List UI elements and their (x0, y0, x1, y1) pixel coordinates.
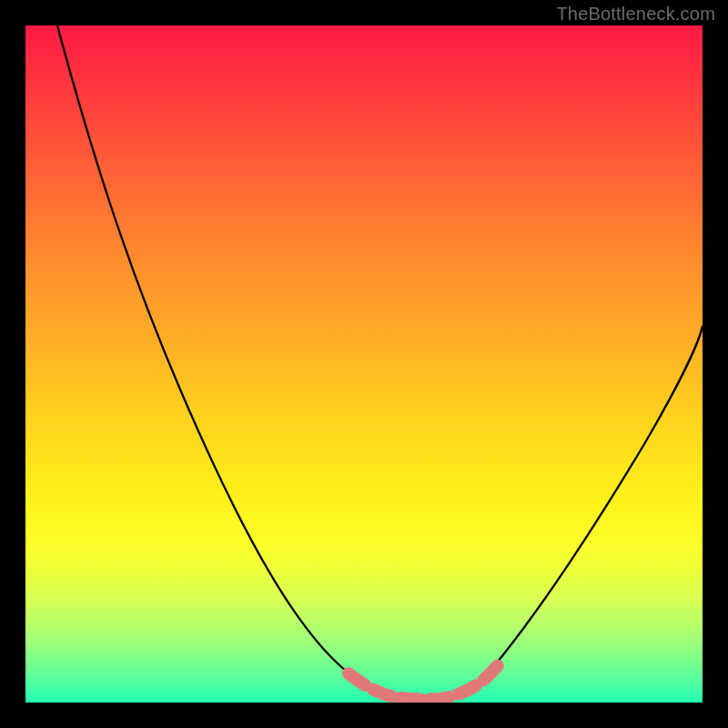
chart-frame: TheBottleneck.com (0, 0, 728, 728)
optimal-range-highlight (349, 664, 499, 700)
bottleneck-curve (57, 25, 703, 699)
plot-area (25, 25, 703, 703)
curve-layer (25, 25, 703, 703)
watermark-text: TheBottleneck.com (556, 4, 715, 25)
